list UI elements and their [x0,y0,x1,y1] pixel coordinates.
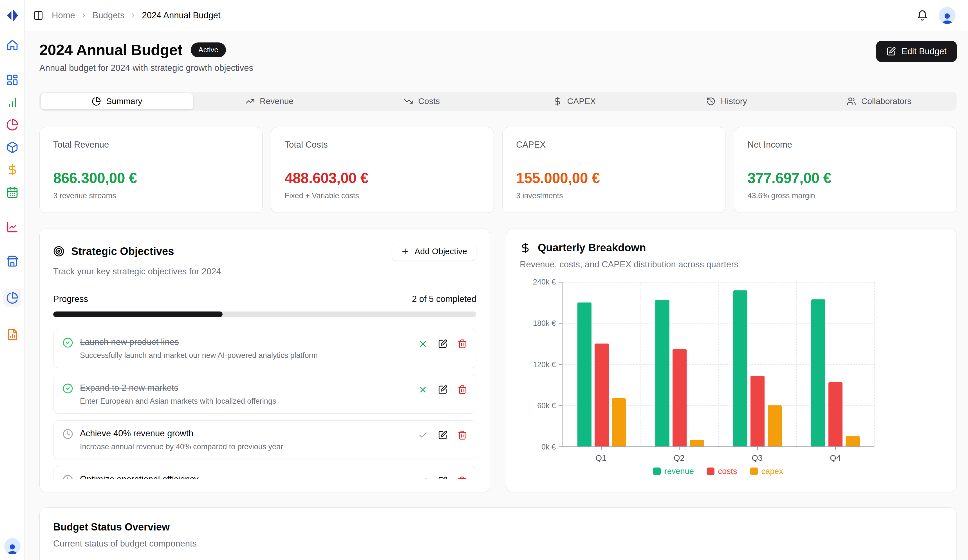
edit-objective-button[interactable] [438,385,448,395]
tab-revenue[interactable]: Revenue [193,93,346,109]
tab-bar: SummaryRevenueCostsCAPEXHistoryCollabora… [40,92,957,111]
chart-panel-title: Quarterly Breakdown [538,242,646,254]
bar-chart: 0k €60k €120k €180k €240k € Q1Q2Q3Q4 rev… [520,282,943,479]
y-tick-label: 60k € [537,401,556,410]
objective-title: Optimize operational efficiency [80,474,411,479]
y-axis-tick [559,405,562,406]
y-axis-tick [559,282,562,282]
sidebar-user-avatar[interactable] [4,538,20,554]
tab-collaborators[interactable]: Collaborators [803,93,955,109]
sidebar-item-finance[interactable] [6,163,19,177]
logo-diamond-icon [5,8,20,23]
square-pen-icon [438,476,448,479]
home-icon [6,39,18,51]
bar-group-q4 [796,282,874,446]
mark-incomplete-button[interactable] [418,385,428,395]
stat-label: Net Income [748,140,943,150]
quarterly-breakdown-panel: Quarterly Breakdown Revenue, costs, and … [506,228,957,492]
dollar-sign-icon [6,164,18,176]
bar-costs-q3 [751,376,764,446]
bar-revenue-q4 [811,299,825,446]
delete-objective-button[interactable] [457,430,467,440]
sidebar-item-calendar[interactable] [6,185,19,199]
tab-label: History [721,96,747,106]
user-avatar[interactable] [939,7,956,24]
panel-toggle-button[interactable] [33,10,43,20]
file-chart-icon [6,328,18,341]
pie-chart-icon [6,292,18,304]
progress-row: Progress 2 of 5 completed [53,294,476,304]
app-logo[interactable] [0,0,25,31]
check-icon [418,476,428,479]
bar-capex-q3 [767,405,782,446]
delete-objective-button[interactable] [457,385,467,395]
tab-summary[interactable]: Summary [41,93,193,109]
status-badge: Active [191,43,226,57]
edit-objective-button[interactable] [438,339,448,349]
topbar: Home Budgets 2024 Annual Budget [25,0,968,31]
notifications-bell-button[interactable] [917,10,928,21]
breadcrumb-home[interactable]: Home [52,10,75,20]
edit-objective-button[interactable] [438,430,448,440]
legend-swatch [750,467,758,475]
tab-costs[interactable]: Costs [346,93,498,109]
bar-capex-q4 [845,436,860,446]
stat-value: 866.300,00 € [53,170,249,187]
x-tick-label: Q1 [562,447,640,463]
legend-item-revenue[interactable]: revenue [653,467,694,476]
sidebar-item-store[interactable] [6,255,19,268]
sidebar-item-dashboard[interactable] [6,73,19,87]
sidebar-item-analytics[interactable] [6,96,19,109]
y-tick-label: 180k € [533,319,556,327]
mark-complete-button[interactable] [418,430,428,440]
x-icon [418,339,428,349]
stat-card-total-revenue: Total Revenue866.300,00 €3 revenue strea… [40,127,262,213]
bar-groups [562,282,874,446]
delete-objective-button[interactable] [457,476,467,479]
legend-item-costs[interactable]: costs [707,467,737,476]
legend-swatch [707,467,714,475]
bar-capex-q1 [612,398,626,446]
chevron-right-icon [80,12,88,19]
trash-icon [457,430,467,440]
topbar-actions [917,7,956,24]
sidebar-item-reports[interactable] [6,328,19,341]
sidebar-item-pie[interactable] [6,118,19,132]
bar-capex-q2 [690,440,704,446]
sidebar-item-trends[interactable] [6,220,19,234]
breadcrumb-budgets[interactable]: Budgets [93,10,125,20]
mark-complete-button[interactable] [418,476,428,479]
edit-objective-button[interactable] [438,476,448,479]
objective-description: Successfully launch and market our new A… [80,351,411,360]
y-axis-tick [559,364,562,365]
sidebar-item-home[interactable] [6,38,19,52]
progress-label: Progress [53,294,88,304]
stat-note: Fixed + Variable costs [285,192,480,200]
progress-bar-track [53,312,476,317]
delete-objective-button[interactable] [457,339,467,349]
stat-card-capex: CAPEX155.000,00 €3 investments [502,127,726,213]
tab-history[interactable]: History [651,93,803,109]
legend-item-capex[interactable]: capex [750,467,783,476]
sidebar-item-budgets[interactable] [3,289,22,307]
bar-revenue-q1 [577,302,592,446]
objective-actions [418,474,467,479]
target-icon [53,246,65,257]
edit-budget-button[interactable]: Edit Budget [876,41,957,62]
legend-label: capex [761,467,783,476]
trash-icon [457,385,467,395]
stat-card-net-income: Net Income377.697,00 €43.6% gross margin [734,127,957,213]
bar-costs-q2 [673,349,686,446]
progress-bar-fill [53,312,222,317]
square-pen-icon [438,385,448,395]
gridline [874,282,875,446]
y-axis-tick [559,446,562,447]
add-objective-button[interactable]: Add Objective [392,242,476,261]
mark-incomplete-button[interactable] [418,339,428,349]
sidebar [0,0,25,560]
objective-title: Achieve 40% revenue growth [80,428,411,439]
sidebar-nav [3,31,22,341]
sidebar-item-products[interactable] [6,140,19,154]
x-tick-label: Q3 [718,447,796,463]
tab-capex[interactable]: CAPEX [498,93,651,109]
